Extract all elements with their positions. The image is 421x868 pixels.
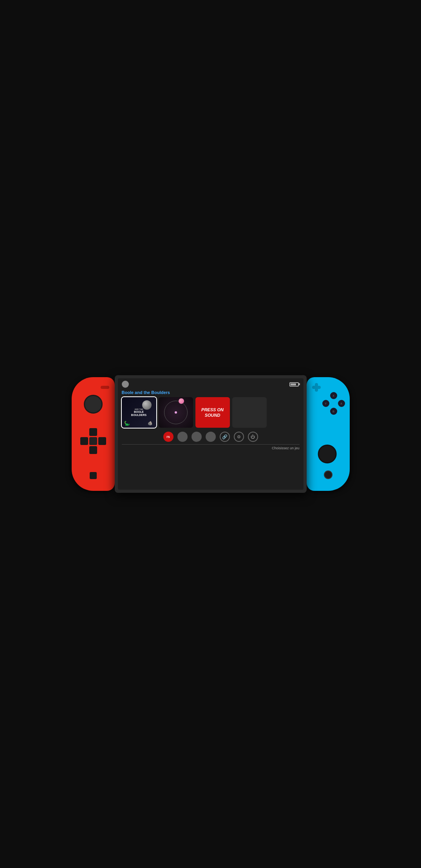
link-icon[interactable]: 🔗 [220,432,230,442]
orbit-center-dot [175,411,177,414]
battery-fill [291,383,296,385]
battery-indicator [289,382,300,387]
dot-icon-1[interactable] [177,432,188,442]
screen-status-bar: Choisissez un jeu [118,445,304,452]
settings-icon[interactable]: ⚙ [234,432,244,442]
screen-topbar [118,378,304,390]
game-card-press-on-sound[interactable]: Press On Sound [195,397,230,428]
a-button[interactable]: A [338,400,345,407]
dpad-left[interactable] [80,437,88,445]
dpad-up[interactable] [89,428,97,436]
capture-button[interactable] [90,472,97,479]
home-button[interactable] [324,470,332,479]
game-card-empty-1[interactable] [232,397,267,428]
dpad-right[interactable] [98,437,106,445]
selected-game-title: Boole and the Boulders [118,390,304,397]
switch-screen: Boole and the Boulders AND THE BOOLEBOUL… [118,378,304,490]
left-analog-stick[interactable] [84,395,103,414]
boole-game-text: AND THE BOOLEBOULDERS [131,408,146,417]
dpad-down[interactable] [89,446,97,454]
press-on-sound-label: Press On Sound [195,405,230,420]
status-text: Choisissez un jeu [272,446,300,450]
joycon-right: A B X Y [307,377,350,491]
switch-console: Boole and the Boulders AND THE BOOLEBOUL… [72,375,350,493]
right-analog-stick[interactable] [318,445,336,463]
abxy-cluster[interactable]: A B X Y [322,392,345,415]
rs-icon[interactable]: rs [163,432,173,442]
battery-body [289,382,299,387]
dpad[interactable] [80,428,106,454]
minus-button[interactable] [101,386,109,389]
bottom-icons-bar: rs 🔗 ⚙ ⏻ [118,428,304,444]
game-card-orbit[interactable] [159,397,193,428]
dpad-center [89,437,97,445]
orbit-ring-graphic [164,401,188,424]
orbit-planet-graphic [179,398,184,404]
power-icon[interactable]: ⏻ [248,432,258,442]
boole-card-inner: AND THE BOOLEBOULDERS 🦕 🪨 [122,397,156,428]
boole-dino-icon: 🦕 [124,421,130,426]
joycon-left [72,377,115,491]
boole-rock-icon: 🪨 [148,421,152,425]
b-button[interactable]: B [330,408,337,415]
switch-body: Boole and the Boulders AND THE BOOLEBOUL… [115,375,307,493]
home-dot-indicator [122,381,129,388]
game-shelf: AND THE BOOLEBOULDERS 🦕 🪨 [118,397,304,428]
dot-icon-2[interactable] [192,432,202,442]
x-button[interactable]: X [330,392,337,399]
dot-icon-3[interactable] [206,432,216,442]
y-button[interactable]: Y [322,400,329,407]
plus-button[interactable] [312,386,321,389]
game-card-boole[interactable]: AND THE BOOLEBOULDERS 🦕 🪨 [122,397,156,428]
